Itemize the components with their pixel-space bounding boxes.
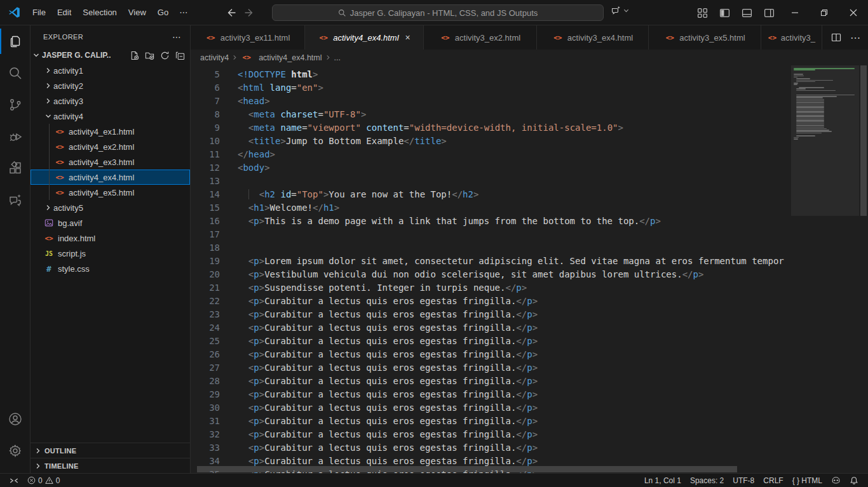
editor-more-actions-icon[interactable]: ⋯: [850, 32, 860, 44]
file-index-html[interactable]: <>index.html: [31, 230, 190, 246]
code-line-15[interactable]: 15 <h1>Welcome!</h1>: [191, 201, 791, 215]
code-line-24[interactable]: 24 <p>Curabitur a lectus quis eros egest…: [191, 321, 791, 335]
code-line-33[interactable]: 33 <p>Curabitur a lectus quis eros egest…: [191, 441, 791, 455]
close-tab-icon[interactable]: ×: [405, 33, 410, 42]
tab-activity3_[interactable]: <>activity3_: [761, 25, 822, 50]
toggle-panel-icon[interactable]: [736, 8, 758, 18]
code-line-18[interactable]: 18: [191, 241, 791, 255]
problems-indicator[interactable]: 0 0: [23, 474, 64, 487]
minimize-button[interactable]: [780, 0, 810, 25]
minimap[interactable]: [791, 65, 859, 473]
code-line-32[interactable]: 32 <p>Curabitur a lectus quis eros egest…: [191, 428, 791, 441]
code-line-23[interactable]: 23 <p>Curabitur a lectus quis eros egest…: [191, 308, 791, 321]
code-line-9[interactable]: 9 <meta name="viewport" content="width=d…: [191, 121, 791, 135]
search-view-icon[interactable]: [0, 57, 31, 89]
code-line-20[interactable]: 20 <p>Vestibulum vehicula dui non odio s…: [191, 268, 791, 281]
chat-view-icon[interactable]: [0, 184, 31, 216]
code-line-27[interactable]: 27 <p>Curabitur a lectus quis eros egest…: [191, 361, 791, 375]
code-line-5[interactable]: 5<!DOCTYPE html>: [191, 68, 791, 81]
project-section-header[interactable]: JASPER G. CALIP...: [31, 48, 190, 63]
timeline-section[interactable]: TIMELINE: [31, 458, 190, 473]
explorer-view-icon[interactable]: [0, 25, 31, 57]
code-line-22[interactable]: 22 <p>Curabitur a lectus quis eros egest…: [191, 295, 791, 308]
settings-gear-icon[interactable]: [0, 435, 31, 467]
code-line-31[interactable]: 31 <p>Curabitur a lectus quis eros egest…: [191, 415, 791, 428]
folder-activity2[interactable]: activity2: [31, 78, 190, 93]
status-language-mode[interactable]: { } HTML: [788, 474, 827, 487]
code-line-29[interactable]: 29 <p>Curabitur a lectus quis eros egest…: [191, 388, 791, 401]
source-control-view-icon[interactable]: [0, 89, 31, 121]
new-file-icon[interactable]: [130, 51, 139, 60]
file-activity4_ex1-html[interactable]: <>activity4_ex1.html: [31, 124, 190, 139]
folder-activity4[interactable]: activity4: [31, 109, 190, 124]
file-bg-avif[interactable]: bg.avif: [31, 215, 190, 230]
account-icon[interactable]: [0, 403, 31, 435]
status-encoding[interactable]: UTF-8: [728, 474, 759, 487]
code-line-14[interactable]: 14 <h2 id="Top">You are now at the Top!<…: [191, 188, 791, 201]
horizontal-scrollbar-thumb[interactable]: [197, 466, 737, 472]
run-debug-view-icon[interactable]: [0, 121, 31, 152]
menu-go[interactable]: Go: [152, 5, 174, 20]
code-line-28[interactable]: 28 <p>Curabitur a lectus quis eros egest…: [191, 375, 791, 388]
file-style-css[interactable]: #style.css: [31, 261, 190, 276]
toggle-secondary-sidebar-icon[interactable]: [758, 8, 780, 18]
tab-activity3_ex11-html[interactable]: <>activity3_ex11.html: [191, 25, 305, 50]
split-editor-icon[interactable]: [831, 32, 841, 43]
menu-selection[interactable]: Selection: [77, 5, 122, 20]
command-center-search[interactable]: Jasper G. Calipayan - HTML, CSS, and JS …: [272, 4, 604, 21]
customize-layout-icon[interactable]: [691, 8, 714, 18]
notifications-bell-icon[interactable]: [845, 474, 863, 487]
menu-file[interactable]: File: [27, 5, 51, 20]
copilot-button[interactable]: [611, 5, 629, 16]
extensions-view-icon[interactable]: [0, 152, 31, 184]
collapse-all-icon[interactable]: [175, 51, 185, 60]
close-window-button[interactable]: [839, 0, 868, 25]
status-eol[interactable]: CRLF: [759, 474, 787, 487]
folder-activity5[interactable]: activity5: [31, 200, 190, 215]
code-line-8[interactable]: 8 <meta charset="UTF-8">: [191, 108, 791, 121]
code-line-7[interactable]: 7<head>: [191, 95, 791, 108]
file-activity4_ex5-html[interactable]: <>activity4_ex5.html: [31, 185, 190, 200]
vertical-scrollbar[interactable]: [859, 65, 868, 473]
tab-activity3_ex5-html[interactable]: <>activity3_ex5.html: [649, 25, 761, 50]
code-line-21[interactable]: 21 <p>Suspendisse potenti. Integer in tu…: [191, 281, 791, 295]
status-cursor-position[interactable]: Ln 1, Col 1: [640, 474, 686, 487]
tab-activity3_ex4-html[interactable]: <>activity3_ex4.html: [537, 25, 649, 50]
refresh-icon[interactable]: [160, 51, 170, 60]
nav-forward-icon[interactable]: [245, 8, 255, 18]
code-line-26[interactable]: 26 <p>Curabitur a lectus quis eros egest…: [191, 348, 791, 361]
breadcrumb-file[interactable]: activity4_ex4.html: [259, 53, 322, 62]
breadcrumb-folder[interactable]: activity4: [200, 53, 229, 62]
folder-activity1[interactable]: activity1: [31, 63, 190, 78]
code-line-25[interactable]: 25 <p>Curabitur a lectus quis eros egest…: [191, 335, 791, 348]
code-line-6[interactable]: 6<html lang="en">: [191, 81, 791, 95]
folder-activity3[interactable]: activity3: [31, 93, 190, 109]
nav-back-icon[interactable]: [226, 8, 236, 18]
code-line-19[interactable]: 19 <p>Lorem ipsum dolor sit amet, consec…: [191, 255, 791, 268]
code-line-10[interactable]: 10 <title>Jump to Bottom Example</title>: [191, 135, 791, 148]
code-editor[interactable]: 5<!DOCTYPE html>6<html lang="en">7<head>…: [191, 65, 868, 473]
file-activity4_ex4-html[interactable]: <>activity4_ex4.html: [31, 170, 190, 185]
code-line-17[interactable]: 17: [191, 228, 791, 241]
file-activity4_ex3-html[interactable]: <>activity4_ex3.html: [31, 154, 190, 170]
file-script-js[interactable]: JSscript.js: [31, 246, 190, 261]
breadcrumb[interactable]: activity4 <> activity4_ex4.html ...: [191, 50, 868, 65]
tab-activity3_ex2-html[interactable]: <>activity3_ex2.html: [424, 25, 537, 50]
code-line-30[interactable]: 30 <p>Curabitur a lectus quis eros egest…: [191, 401, 791, 415]
menu-overflow-icon[interactable]: ⋯: [174, 8, 193, 17]
new-folder-icon[interactable]: [145, 51, 154, 60]
menu-edit[interactable]: Edit: [51, 5, 77, 20]
restore-button[interactable]: [810, 0, 839, 25]
toggle-primary-sidebar-icon[interactable]: [714, 8, 736, 18]
outline-section[interactable]: OUTLINE: [31, 443, 190, 458]
tab-activity4_ex4-html[interactable]: <>activity4_ex4.html×: [305, 25, 424, 50]
remote-indicator[interactable]: [5, 474, 23, 487]
status-copilot-icon[interactable]: [827, 474, 845, 487]
explorer-more-icon[interactable]: ⋯: [172, 32, 181, 42]
code-line-16[interactable]: 16 <p>This is a demo page with a link th…: [191, 215, 791, 228]
vertical-scrollbar-thumb[interactable]: [860, 65, 867, 216]
breadcrumb-more[interactable]: ...: [334, 53, 341, 62]
horizontal-scrollbar[interactable]: [191, 465, 791, 473]
code-line-11[interactable]: 11</head>: [191, 148, 791, 161]
file-activity4_ex2-html[interactable]: <>activity4_ex2.html: [31, 139, 190, 154]
